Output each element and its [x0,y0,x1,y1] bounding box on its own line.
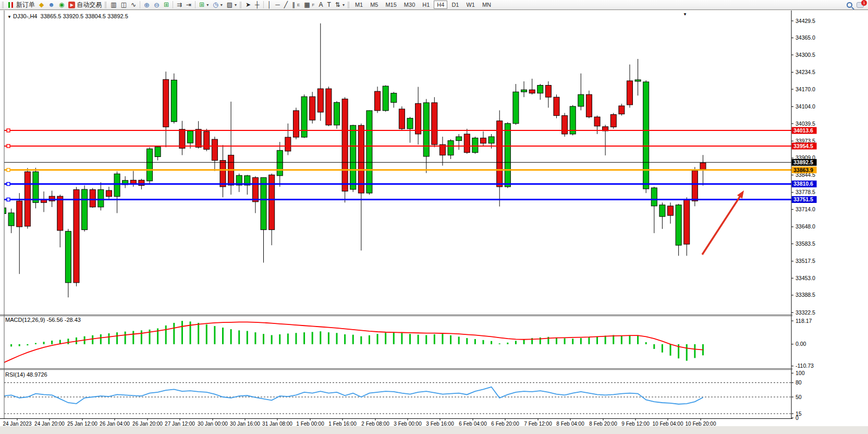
crosshair-button[interactable]: ┼ [253,1,262,9]
macd-bar [3,344,4,346]
collapse-icon[interactable]: ▼ [7,15,11,19]
candle-body [155,147,161,157]
price-tag-value: 33751.5 [793,196,813,202]
tab-m30[interactable]: M30 [401,1,418,9]
macd-bar [588,337,590,344]
marketplace-button[interactable]: ◆ [37,1,46,9]
search-icon[interactable] [847,2,852,8]
auto-scroll-button[interactable]: ⇉ [175,1,184,9]
candle-body [33,172,39,202]
candle-body [383,86,388,111]
macd-bar [686,344,688,361]
cursor-button[interactable]: ➤ [243,1,253,9]
channel-button[interactable]: ∥E [290,1,302,9]
macd-bar [198,323,199,344]
candle-chart-button[interactable]: ◫ [119,1,129,9]
macd-bar [466,338,468,344]
macd-bar [360,336,362,344]
templates-button[interactable]: ▨▾ [225,1,239,9]
tab-d1[interactable]: D1 [448,1,462,9]
horizontal-line-button[interactable]: ─ [273,1,282,9]
candle-body [261,177,266,230]
time-tick: 3 Feb 16:00 [426,421,454,426]
signals-button[interactable]: ◉ [57,1,66,9]
chart-shift-button[interactable]: ⇥ [184,1,193,9]
candle-body [676,205,681,245]
trend-arrow-head [737,190,744,199]
chart-title: ▼ DJ30-,H4 33865.5 33920.5 33804.5 33892… [7,13,128,19]
candle-body [1,208,6,213]
macd-bar [580,338,582,344]
trendline-button[interactable]: ╱ [282,1,290,9]
notification-badge: 1 [861,0,867,6]
chart-canvas[interactable]: 34429.534365.034300.534234.534170.034104… [0,10,868,426]
notifications-icon[interactable]: 1 [857,2,864,8]
tab-h1[interactable]: H1 [419,1,433,9]
candle-body [505,124,510,187]
price-tag-value: 33810.6 [793,180,813,187]
price-tag-value: 33863.9 [793,167,813,173]
dropdown-arrow-icon: ▾ [343,3,345,7]
candle-body [554,97,559,115]
time-tick: 6 Feb 04:00 [459,421,487,426]
autotrade-icon: ▶ [68,2,75,8]
macd-bar [499,343,500,344]
macd-bar [100,334,102,344]
macd-bar [181,321,183,344]
fibonacci-button[interactable]: ▦F [302,1,316,9]
zoom-in-button[interactable]: ⊕ [142,1,152,9]
autotrade-button[interactable]: ▶ 自动交易 [66,1,104,9]
candle-body [90,190,95,207]
candle-body [358,125,364,193]
periods-button[interactable]: ◷▾ [211,1,225,9]
tab-w1[interactable]: W1 [463,1,478,9]
community-button[interactable]: ☻ [46,1,57,9]
macd-bar [564,338,566,344]
tab-m15[interactable]: M15 [382,1,399,9]
macd-pane [3,321,704,363]
macd-bar [474,339,476,344]
candle-body [570,106,576,134]
marketplace-icon: ◆ [39,2,44,8]
candle-body [407,118,413,129]
macd-bar [51,341,53,344]
macd-bar [125,332,126,344]
macd-bar [653,344,655,349]
time-tick: 30 Jan 00:00 [198,421,228,426]
toolbar-grip [240,2,242,8]
text-button[interactable]: A [316,1,325,9]
bar-chart-button[interactable]: ▥ [108,1,118,9]
rsi-tick: 50 [796,394,802,400]
tab-mn[interactable]: MN [479,1,494,9]
arrows-button[interactable]: ⇅▾ [333,1,347,9]
price-tick: 34429.5 [796,18,815,24]
new-order-button[interactable]: 新订单 [6,1,37,9]
fibonacci-icon: ▦ [304,2,310,8]
text-label-button[interactable]: T [325,1,333,9]
price-tick: 34170.0 [796,86,815,92]
zoom-out-button[interactable]: ⊖ [152,1,162,9]
macd-bar [442,334,443,344]
macd-bar [254,332,256,344]
time-tick: 7 Feb 12:00 [524,421,552,426]
indicators-button[interactable]: ⊞▾ [197,1,211,9]
tab-m5[interactable]: M5 [367,1,381,9]
tab-m1[interactable]: M1 [352,1,366,9]
hline-handle [7,198,10,201]
macd-bar [621,335,622,344]
line-chart-button[interactable]: ∿ [129,1,138,9]
macd-tick: 118.17 [796,318,812,324]
macd-bar [425,335,427,344]
price-tag-value: 33892.5 [793,159,813,165]
main-pane [1,23,792,297]
chart-window[interactable]: 34429.534365.034300.534234.534170.034104… [0,10,868,426]
macd-bar [132,331,134,344]
tile-windows-button[interactable]: ⊞ [162,1,171,9]
price-tick: 33778.5 [796,189,815,195]
tab-h4[interactable]: H4 [434,1,447,9]
macd-bar [328,332,329,344]
candle-body [179,129,185,148]
vertical-line-button[interactable]: │ [265,1,274,9]
macd-bar [613,335,614,344]
candle-body [594,117,600,126]
